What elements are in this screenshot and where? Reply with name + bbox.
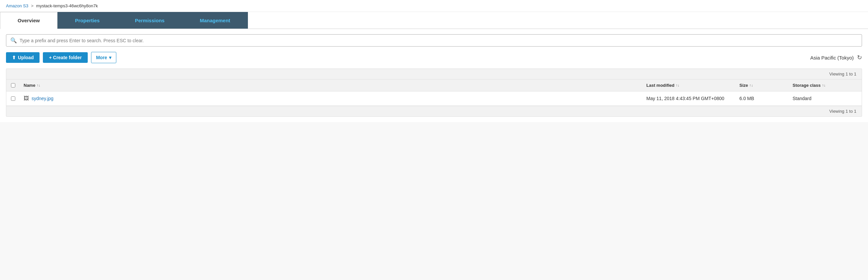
tab-bar: Overview Properties Permissions Manageme…	[0, 12, 868, 29]
row-checkbox-cell	[6, 96, 20, 101]
table-viewing-top: Viewing 1 to 1	[6, 69, 862, 80]
upload-button[interactable]: ⬆ Upload	[6, 52, 39, 63]
create-folder-button[interactable]: + Create folder	[43, 52, 87, 63]
file-icon: 🖼	[24, 95, 29, 102]
th-size: Size ↑↓	[735, 83, 788, 88]
search-input[interactable]	[20, 38, 858, 43]
tab-permissions[interactable]: Permissions	[117, 12, 182, 29]
files-table: Viewing 1 to 1 Name ↑↓ Last modified ↑↓ …	[6, 68, 862, 117]
row-modified-cell: May 11, 2018 4:43:45 PM GMT+0800	[642, 96, 735, 101]
search-icon: 🔍	[10, 37, 17, 44]
row-checkbox[interactable]	[11, 96, 15, 101]
breadcrumb-amazon-s3[interactable]: Amazon S3	[6, 3, 28, 8]
tab-overview[interactable]: Overview	[0, 12, 58, 29]
main-content: 🔍 ⬆ Upload + Create folder More ▾ Asia P…	[0, 29, 868, 122]
th-checkbox	[6, 83, 20, 88]
row-storage-class-cell: Standard	[788, 96, 862, 101]
select-all-checkbox[interactable]	[11, 83, 15, 87]
th-name: Name ↑↓	[20, 83, 642, 88]
sort-name-icon[interactable]: ↑↓	[36, 83, 40, 87]
more-button[interactable]: More ▾	[91, 52, 116, 63]
sort-storage-icon[interactable]: ↑↓	[822, 83, 826, 87]
chevron-down-icon: ▾	[109, 55, 111, 60]
sort-size-icon[interactable]: ↑↓	[749, 83, 753, 87]
table-header: Name ↑↓ Last modified ↑↓ Size ↑↓ Storage…	[6, 80, 862, 91]
upload-icon: ⬆	[12, 55, 16, 60]
tab-properties[interactable]: Properties	[58, 12, 117, 29]
region-label: Asia Pacific (Tokyo)	[810, 55, 854, 60]
file-name-link[interactable]: 🖼 sydney.jpg	[24, 95, 639, 102]
th-storage-class: Storage class ↑↓	[788, 83, 862, 88]
row-name-cell: 🖼 sydney.jpg	[20, 95, 642, 102]
refresh-icon[interactable]: ↻	[857, 54, 862, 61]
table-viewing-bottom: Viewing 1 to 1	[6, 106, 862, 116]
table-row: 🖼 sydney.jpg May 11, 2018 4:43:45 PM GMT…	[6, 91, 862, 106]
tab-management[interactable]: Management	[182, 12, 248, 29]
search-bar: 🔍	[6, 34, 862, 47]
toolbar: ⬆ Upload + Create folder More ▾ Asia Pac…	[6, 52, 862, 63]
region-info: Asia Pacific (Tokyo) ↻	[810, 54, 862, 61]
breadcrumb-separator: >	[31, 3, 34, 8]
th-last-modified: Last modified ↑↓	[642, 83, 735, 88]
breadcrumb-current-bucket: mystack-temps3-46wc6hy8on7k	[36, 3, 98, 8]
row-size-cell: 6.0 MB	[735, 96, 788, 101]
sort-modified-icon[interactable]: ↑↓	[676, 83, 680, 87]
breadcrumb: Amazon S3 > mystack-temps3-46wc6hy8on7k	[0, 0, 868, 12]
